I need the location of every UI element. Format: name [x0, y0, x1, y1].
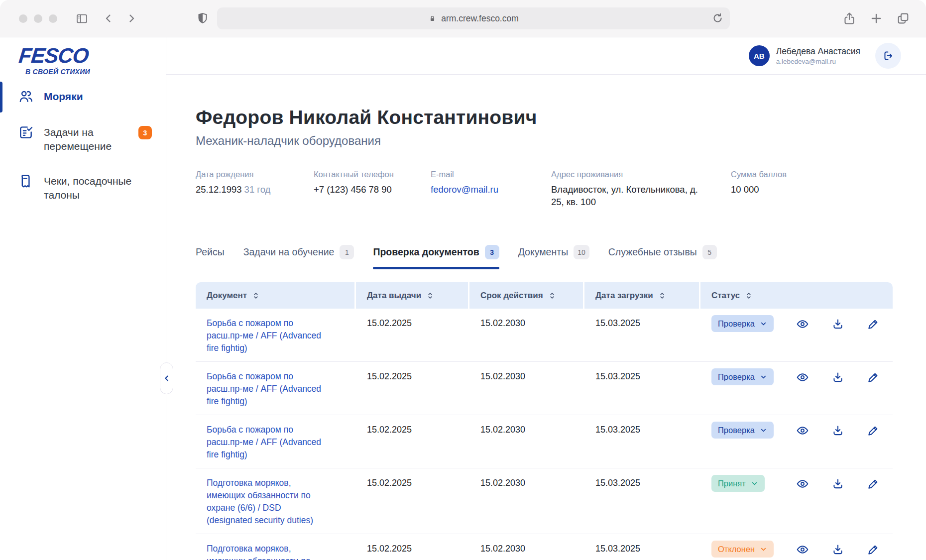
download-document-button[interactable]: [831, 477, 844, 490]
user-name: Лебедева Анастасия: [776, 46, 860, 57]
status-dropdown[interactable]: Проверка: [711, 315, 774, 332]
status-label: Принят: [718, 479, 746, 488]
share-icon[interactable]: [842, 11, 856, 25]
app-content: FESCO В СВОЕЙ СТИХИИ Моряки Задачи на пе…: [0, 37, 926, 560]
column-header-label: Документ: [207, 291, 247, 301]
table-row: Борьба с пожаром по расш.пр-ме / AFF (Ad…: [196, 415, 893, 468]
document-link[interactable]: Борьба с пожаром по расш.пр-ме / AFF (Ad…: [207, 317, 327, 354]
row-actions: [796, 543, 880, 556]
view-document-button[interactable]: [796, 543, 809, 556]
sidebar: FESCO В СВОЕЙ СТИХИИ Моряки Задачи на пе…: [0, 37, 166, 560]
status-dropdown[interactable]: Проверка: [711, 368, 774, 385]
row-actions: [796, 371, 880, 384]
user-email: a.lebedeva@mail.ru: [776, 58, 860, 65]
back-icon[interactable]: [103, 12, 115, 24]
document-link[interactable]: Подготовка моряков, имеющих обязанности …: [207, 543, 327, 560]
view-document-button[interactable]: [796, 318, 809, 331]
column-header[interactable]: Срок действия: [469, 282, 584, 309]
row-actions: [796, 477, 880, 490]
reload-icon[interactable]: [711, 12, 724, 24]
new-tab-icon[interactable]: [869, 11, 883, 25]
sidebar-item-label: Моряки: [44, 90, 152, 104]
tab[interactable]: Служебные отзывы 5: [608, 245, 717, 269]
status-cell: Проверка: [700, 315, 893, 354]
document-link[interactable]: Борьба с пожаром по расш.пр-ме / AFF (Ad…: [207, 370, 327, 408]
document-cell: Подготовка моряков, имеющих обязанности …: [196, 541, 356, 560]
sidebar-item[interactable]: Чеки, посадочные талоны: [0, 174, 166, 202]
tab-badge: 10: [574, 245, 589, 259]
edit-document-button[interactable]: [867, 543, 880, 556]
address-bar[interactable]: arm.crew.fesco.com: [217, 7, 730, 29]
eye-icon: [796, 543, 809, 556]
privacy-shield-icon[interactable]: [196, 12, 209, 25]
view-document-button[interactable]: [796, 371, 809, 384]
profile-tabs: Рейсы Задачи на обучение 1 Проверка доку…: [166, 221, 926, 269]
field-value: Владивосток, ул. Котельникова, д. 25, кв…: [551, 183, 698, 208]
close-window-button[interactable]: [19, 14, 27, 23]
sidebar-toggle-icon[interactable]: [75, 12, 89, 25]
download-icon: [831, 424, 844, 437]
field-label: Дата рождения: [196, 170, 314, 179]
sort-icon: [744, 291, 753, 300]
tab[interactable]: Рейсы: [196, 245, 225, 269]
edit-document-button[interactable]: [867, 424, 880, 437]
document-link[interactable]: Борьба с пожаром по расш.пр-ме / AFF (Ad…: [207, 424, 327, 461]
document-link[interactable]: Подготовка моряков, имеющих обязанности …: [207, 477, 327, 527]
issue-date-cell: 15.02.2025: [356, 422, 469, 461]
view-document-button[interactable]: [796, 477, 809, 490]
seafarer-position: Механик-наладчик оборудования: [196, 134, 893, 148]
status-cell: Отклонен: [700, 541, 893, 560]
main-panel: АВ Лебедева Анастасия a.lebedeva@mail.ru…: [166, 37, 926, 560]
field-value: +7 (123) 456 78 90: [314, 183, 431, 196]
download-document-button[interactable]: [831, 318, 844, 331]
forward-icon[interactable]: [125, 12, 137, 24]
tab-overview-icon[interactable]: [896, 11, 910, 25]
view-document-button[interactable]: [796, 424, 809, 437]
upload-date-cell: 15.03.2025: [584, 315, 700, 354]
minimize-window-button[interactable]: [34, 14, 42, 23]
field-label: Контактный телефон: [314, 170, 431, 179]
seafarer-name: Федоров Николай Константинович: [196, 106, 893, 129]
download-document-button[interactable]: [831, 424, 844, 437]
receipts-icon: [18, 173, 34, 189]
tab-label: Проверка документов: [373, 246, 479, 258]
logout-button[interactable]: [875, 43, 901, 69]
eye-icon: [796, 371, 809, 384]
download-icon: [831, 371, 844, 384]
upload-date-cell: 15.03.2025: [584, 422, 700, 461]
download-document-button[interactable]: [831, 543, 844, 556]
column-header[interactable]: Дата выдачи: [356, 282, 469, 309]
chevron-down-icon: [760, 427, 767, 434]
field-label: Сумма баллов: [731, 170, 787, 179]
status-dropdown[interactable]: Принят: [711, 475, 765, 492]
chevron-down-icon: [751, 480, 758, 487]
tab[interactable]: Проверка документов 3: [373, 245, 499, 269]
edit-document-button[interactable]: [867, 318, 880, 331]
status-label: Отклонен: [718, 545, 755, 554]
sidebar-item[interactable]: Моряки: [0, 90, 166, 105]
sidebar-item-badge: 3: [138, 126, 152, 139]
tab[interactable]: Документы 10: [518, 245, 589, 269]
column-header[interactable]: Дата загрузки: [584, 282, 700, 309]
download-document-button[interactable]: [831, 371, 844, 384]
issue-date-cell: 15.02.2025: [356, 541, 469, 560]
field-value: 25.12.199331 год: [196, 183, 314, 196]
zoom-window-button[interactable]: [49, 14, 57, 23]
url-text: arm.crew.fesco.com: [441, 13, 519, 24]
status-dropdown[interactable]: Проверка: [711, 422, 774, 439]
column-header[interactable]: Документ: [196, 282, 356, 309]
sidebar-collapse-button[interactable]: [160, 362, 173, 394]
sidebar-item-label: Чеки, посадочные талоны: [44, 174, 152, 202]
status-dropdown[interactable]: Отклонен: [711, 541, 774, 558]
table-row: Подготовка моряков, имеющих обязанности …: [196, 468, 893, 534]
profile-field: Дата рождения 25.12.199331 год: [196, 170, 314, 208]
eye-icon: [796, 318, 809, 331]
profile-field: Контактный телефон +7 (123) 456 78 90: [314, 170, 431, 208]
tab[interactable]: Задачи на обучение 1: [243, 245, 354, 269]
column-header[interactable]: Статус: [700, 282, 893, 309]
edit-document-button[interactable]: [867, 371, 880, 384]
pencil-icon: [867, 477, 880, 490]
sidebar-item[interactable]: Задачи на перемещение 3: [0, 125, 166, 153]
edit-document-button[interactable]: [867, 477, 880, 490]
column-header-label: Статус: [711, 291, 740, 301]
